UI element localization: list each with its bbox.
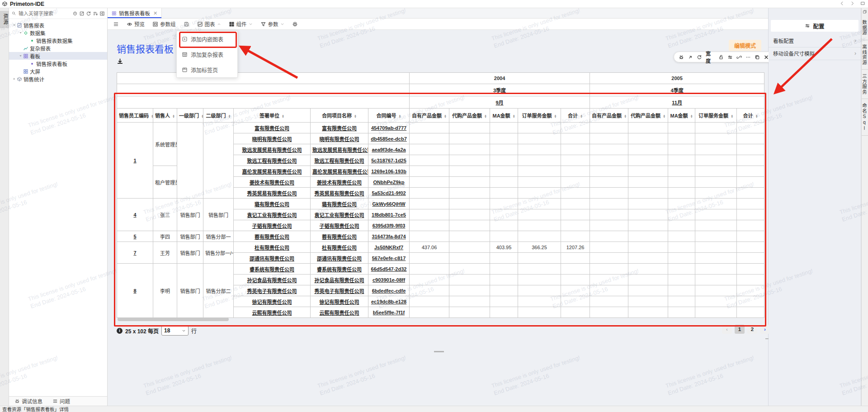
contract-link[interactable]: ONbhPeZ9kp	[373, 180, 404, 185]
unit-link[interactable]: 秀英贸易有限责任公司	[247, 191, 297, 196]
right-tab-third-party-services[interactable]: 三方服务	[862, 70, 868, 99]
contract-link[interactable]: ec19dc8b-e128	[371, 299, 406, 304]
download-button[interactable]	[117, 58, 123, 65]
metric-column-header[interactable]: MA金额 ▲▼	[668, 109, 695, 123]
project-link[interactable]: 嘉伦发展贸易有限责任公司	[312, 169, 368, 175]
page-button-2[interactable]: 2	[747, 325, 757, 334]
unit-link[interactable]: 杜有限责任公司	[255, 245, 289, 251]
project-link[interactable]: 子韬有限责任公司	[320, 223, 359, 229]
contract-link[interactable]: 6bdedfec-cdfe	[372, 288, 406, 294]
contract-link[interactable]: 1f8db801-7ce5	[372, 212, 406, 218]
project-link[interactable]: 邵通讯有限责任公司	[317, 256, 362, 261]
close-icon[interactable]: ✕	[153, 10, 157, 16]
config-item-board-settings[interactable]: 看板配置›	[769, 34, 861, 47]
collapse-panel-icon[interactable]	[99, 11, 105, 16]
month-link[interactable]: 11月	[672, 100, 682, 105]
tree-item[interactable]: 复杂报表	[9, 44, 107, 52]
unit-link[interactable]: 嘉伦发展贸易有限责任公司	[242, 169, 302, 175]
preview-button[interactable]: 预览	[127, 20, 145, 28]
contract-link[interactable]: 5a53cd21-9f02	[372, 190, 406, 196]
project-link[interactable]: 秀英贸易有限责任公司	[315, 191, 364, 196]
metric-column-header[interactable]: 自有产品金额 ▲▼	[410, 109, 449, 123]
contract-link[interactable]: b5ee5f9e-7f1f	[373, 310, 405, 315]
column-header[interactable]: 二级部门 ▲▼	[203, 109, 234, 123]
column-header[interactable]: 销售人 ▲▼	[153, 109, 177, 123]
employee-code-link[interactable]: 5	[133, 234, 136, 239]
right-tab-datasource[interactable]: 数据源	[862, 16, 868, 40]
metric-column-header[interactable]: 合计 ▲▼	[737, 109, 764, 123]
unit-link[interactable]: 孙记食品有限责任公司	[247, 278, 297, 283]
project-link[interactable]: 姜技术有限责任公司	[317, 180, 362, 185]
project-link[interactable]: 孙记食品有限责任公司	[315, 278, 364, 283]
project-link[interactable]: 睿系统有限责任公司	[317, 267, 362, 272]
width-label[interactable]: 宽度	[706, 50, 715, 64]
column-header[interactable]: 销售员工编码 ▲▼	[117, 109, 153, 123]
employee-code-link[interactable]: 1	[133, 158, 136, 163]
tab-sales-dashboard[interactable]: 销售报表看板 ✕	[108, 8, 162, 18]
unit-link[interactable]: 晓明有限责任公司	[252, 137, 292, 142]
contract-link[interactable]: GkWy66QiHW	[372, 201, 405, 207]
metric-column-header[interactable]: 合计 ▲▼	[561, 109, 590, 123]
edit-mode-button[interactable]: 编辑模式	[729, 40, 761, 51]
project-link[interactable]: 晓明有限责任公司	[320, 137, 359, 142]
restore-panel-icon[interactable]	[863, 9, 867, 14]
param-menu-button[interactable]: 参数	[260, 20, 284, 28]
column-header[interactable]: 合同编号 ▲▼	[368, 109, 410, 123]
metric-column-header[interactable]: 订单服务金额 ▲▼	[518, 109, 561, 123]
sliders-icon[interactable]	[727, 54, 733, 60]
widget-resize-handle[interactable]	[434, 351, 444, 352]
settings-button[interactable]	[292, 21, 298, 27]
refresh-icon[interactable]	[697, 54, 702, 60]
month-link[interactable]: 9月	[495, 100, 503, 105]
caret-right-icon[interactable]	[12, 77, 16, 81]
hamburger-menu-button[interactable]	[113, 21, 119, 27]
caret-down-icon[interactable]	[18, 31, 23, 35]
sort-list-icon[interactable]	[93, 11, 98, 16]
edit-icon[interactable]	[79, 11, 85, 16]
search-input[interactable]	[18, 10, 71, 17]
metric-column-header[interactable]: 代购产品金额 ▲▼	[449, 109, 490, 123]
horizontal-scrollbar[interactable]	[118, 317, 229, 321]
unit-link[interactable]: 致远发展贸易有限责任公司	[242, 147, 302, 153]
problems-tab[interactable]: 问题	[52, 398, 70, 405]
project-link[interactable]: 致远工程有限责任公司	[315, 158, 364, 164]
resources-vertical-tab[interactable]: 资源	[0, 11, 9, 28]
refresh-icon[interactable]	[86, 11, 91, 16]
unit-link[interactable]: 蓉有限责任公司	[255, 234, 289, 240]
link-icon[interactable]	[736, 54, 742, 60]
project-link[interactable]: 袁记工业有限责任公司	[315, 213, 364, 218]
unit-link[interactable]: 子韬有限责任公司	[252, 223, 292, 229]
contract-link[interactable]: 567e0efe-c817	[372, 256, 406, 261]
contract-link[interactable]: Js50NKRxf7	[374, 245, 403, 250]
quarter-link[interactable]: 3季度	[493, 88, 506, 93]
project-link[interactable]: 蓉有限责任公司	[322, 234, 357, 240]
column-header[interactable]: 一级部门 ▲▼	[177, 109, 203, 123]
project-link[interactable]: 杜有限责任公司	[322, 245, 357, 251]
target-icon[interactable]	[72, 11, 78, 16]
tree-item[interactable]: 大屏	[9, 67, 107, 75]
unit-link[interactable]: 睿系统有限责任公司	[250, 267, 294, 272]
component-menu-button[interactable]: 组件	[229, 20, 253, 28]
project-link[interactable]: 云熙有限责任公司	[320, 310, 359, 316]
unit-link[interactable]: 徐记有限责任公司	[252, 299, 292, 305]
bug-icon[interactable]	[679, 54, 684, 60]
unit-link[interactable]: 秀英电子有限责任公司	[247, 289, 297, 294]
tree-item[interactable]: 看板	[9, 52, 107, 60]
expand-arrow-icon[interactable]	[688, 54, 693, 60]
quarter-link[interactable]: 4季度	[671, 88, 684, 93]
unit-link[interactable]: 邵通讯有限责任公司	[250, 256, 294, 261]
right-tab-offline-resources[interactable]: 离线资源	[862, 40, 868, 70]
page-button-1[interactable]: 1	[735, 325, 745, 334]
chevron-right-icon[interactable]	[850, 1, 855, 6]
unit-link[interactable]: 袁记工业有限责任公司	[247, 213, 297, 218]
unit-link[interactable]: 姜技术有限责任公司	[250, 180, 294, 185]
contract-link[interactable]: 66d5d547-2d32	[371, 266, 407, 272]
unlock-icon[interactable]	[718, 54, 724, 60]
debug-info-tab[interactable]: 调试信息	[14, 398, 42, 405]
employee-code-link[interactable]: 8	[133, 288, 136, 294]
menu-item-add-inline-chart[interactable]: 添加内嵌图表	[177, 31, 237, 47]
right-tab-named-sql[interactable]: 命名Sql	[862, 99, 868, 136]
metric-column-header[interactable]: MA金额 ▲▼	[490, 109, 518, 123]
contract-link[interactable]: 6395d3f9-9f03	[373, 223, 406, 228]
unit-link[interactable]: 云熙有限责任公司	[252, 310, 292, 316]
